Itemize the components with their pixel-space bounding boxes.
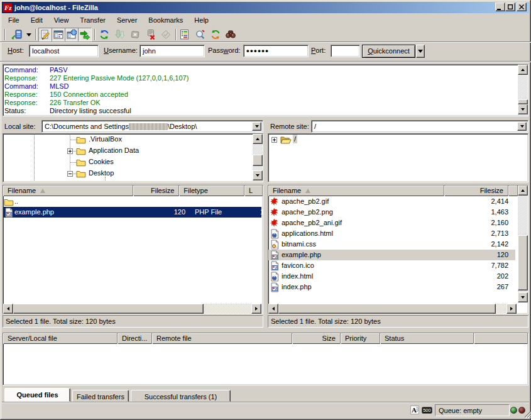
disconnect-button[interactable] bbox=[144, 28, 158, 41]
column-header-size[interactable]: Size bbox=[292, 333, 341, 344]
local-list-hscrollbar[interactable] bbox=[3, 304, 261, 314]
minimize-button[interactable] bbox=[495, 3, 505, 11]
remote-site-combo[interactable]: / bbox=[311, 120, 528, 133]
menu-server[interactable]: Server bbox=[111, 14, 143, 26]
scroll-down-button[interactable] bbox=[253, 170, 263, 180]
scrollbar-thumb[interactable] bbox=[13, 304, 204, 314]
file-row-example-php[interactable]: example.php 120 PHP File 1 bbox=[3, 207, 261, 218]
transfer-queue[interactable]: Server/Local file Directi... Remote file… bbox=[3, 333, 528, 385]
column-header-direction[interactable]: Directi... bbox=[118, 333, 152, 344]
scrollbar-thumb[interactable] bbox=[518, 99, 528, 104]
local-directory-tree[interactable]: .VirtualBox Application Data Cookies Des… bbox=[3, 133, 263, 182]
scrollbar-thumb[interactable] bbox=[278, 304, 496, 314]
combo-dropdown-button[interactable] bbox=[252, 122, 261, 131]
menu-view[interactable]: View bbox=[48, 14, 75, 26]
toggle-message-log-button[interactable] bbox=[38, 28, 52, 41]
file-row[interactable]: apache_pb2.png 1,463 bbox=[268, 207, 515, 218]
column-header-status[interactable]: Status bbox=[380, 333, 474, 344]
file-row[interactable]: favicon.ico 7,782 bbox=[268, 260, 515, 271]
find-files-button[interactable] bbox=[224, 28, 238, 41]
scroll-right-button[interactable] bbox=[506, 304, 517, 314]
process-queue-button[interactable] bbox=[113, 28, 127, 41]
expand-button[interactable] bbox=[271, 137, 277, 143]
tab-successful-transfers[interactable]: Successful transfers (1) bbox=[131, 390, 231, 402]
toggle-remote-tree-button[interactable] bbox=[65, 28, 79, 41]
menu-transfer[interactable]: Transfer bbox=[74, 14, 111, 26]
remote-list-vscrollbar[interactable] bbox=[518, 185, 528, 302]
scroll-up-button[interactable] bbox=[518, 185, 528, 196]
expand-button[interactable] bbox=[67, 148, 73, 154]
scrollbar-thumb[interactable] bbox=[518, 235, 528, 290]
scroll-up-button[interactable] bbox=[253, 134, 263, 144]
file-row[interactable]: index.php 267 bbox=[268, 282, 515, 292]
maximize-button[interactable] bbox=[505, 3, 515, 11]
message-log[interactable]: Command:PASV Response:227 Entering Passi… bbox=[3, 64, 528, 116]
local-tree-scrollbar[interactable] bbox=[253, 134, 263, 180]
local-site-combo[interactable]: C:\Documents and Settings\Desktop\ bbox=[41, 120, 263, 133]
local-file-list[interactable]: Filename Filesize Filetype L .. example.… bbox=[3, 185, 263, 314]
column-header-filesize[interactable]: Filesize bbox=[133, 185, 179, 196]
collapse-button[interactable] bbox=[67, 171, 73, 177]
reconnect-button[interactable] bbox=[159, 28, 173, 41]
directory-listing-filters-button[interactable] bbox=[178, 28, 192, 41]
column-header-priority[interactable]: Priority bbox=[341, 333, 380, 344]
tab-failed-transfers[interactable]: Failed transfers bbox=[72, 390, 129, 402]
speed-limits-icon[interactable]: 500 bbox=[422, 407, 432, 414]
scrollbar-thumb[interactable] bbox=[253, 155, 263, 166]
host-input[interactable]: localhost bbox=[29, 45, 99, 57]
column-header-server-local-file[interactable]: Server/Local file bbox=[3, 333, 118, 344]
site-manager-dropdown[interactable] bbox=[25, 28, 33, 41]
scroll-right-button[interactable] bbox=[251, 304, 261, 314]
log-scrollbar[interactable] bbox=[518, 65, 528, 114]
file-row-parent-dir[interactable]: .. bbox=[3, 196, 261, 207]
site-manager-button[interactable] bbox=[10, 28, 24, 41]
toggle-transfer-queue-button[interactable] bbox=[78, 28, 92, 41]
scroll-left-button[interactable] bbox=[268, 304, 278, 314]
apache-file-icon bbox=[270, 197, 280, 207]
title-bar[interactable]: Fz john@localhost - FileZilla bbox=[2, 2, 529, 13]
remote-list-hscrollbar[interactable] bbox=[268, 304, 517, 314]
quickconnect-dropdown[interactable] bbox=[416, 45, 425, 58]
synchronized-browsing-button[interactable] bbox=[209, 28, 222, 41]
menu-bookmarks[interactable]: Bookmarks bbox=[143, 14, 189, 26]
close-button[interactable] bbox=[517, 3, 527, 11]
tree-item-desktop[interactable]: Desktop bbox=[87, 169, 115, 177]
column-header-filesize[interactable]: Filesize bbox=[444, 185, 508, 196]
scroll-down-button[interactable] bbox=[518, 104, 528, 114]
tree-item-root[interactable]: / bbox=[293, 135, 297, 143]
file-row-example-php[interactable]: example.php 120 bbox=[268, 250, 515, 260]
menu-file[interactable]: File bbox=[3, 14, 25, 26]
file-row[interactable]: apache_pb2.gif 2,414 bbox=[268, 196, 515, 207]
scroll-down-button[interactable] bbox=[518, 292, 528, 302]
cancel-operation-button[interactable] bbox=[128, 28, 142, 41]
remote-directory-tree[interactable]: / bbox=[268, 133, 528, 182]
quickconnect-button[interactable]: Quickconnect bbox=[362, 45, 415, 58]
column-header-last-modified[interactable]: L bbox=[244, 185, 263, 196]
remote-file-list[interactable]: Filename Filesize apache_pb2.gif 2,414 a… bbox=[268, 185, 528, 314]
refresh-button[interactable] bbox=[97, 28, 111, 41]
scroll-up-button[interactable] bbox=[518, 65, 528, 75]
tree-item-application-data[interactable]: Application Data bbox=[87, 146, 140, 155]
toggle-local-tree-button[interactable] bbox=[52, 28, 65, 41]
file-row[interactable]: bitnami.css 2,142 bbox=[268, 239, 515, 250]
tab-queued-files[interactable]: Queued files bbox=[4, 388, 70, 402]
resize-grip[interactable] bbox=[524, 409, 531, 418]
file-row[interactable]: apache_pb2_ani.gif 2,160 bbox=[268, 218, 515, 228]
tree-item-virtualbox[interactable]: .VirtualBox bbox=[87, 135, 123, 143]
port-input[interactable] bbox=[331, 45, 360, 57]
password-input[interactable]: •••••• bbox=[243, 45, 309, 57]
combo-dropdown-button[interactable] bbox=[517, 122, 527, 131]
column-header-remote-file[interactable]: Remote file bbox=[152, 333, 292, 344]
menu-edit[interactable]: Edit bbox=[25, 14, 48, 26]
column-header-filename[interactable]: Filename bbox=[3, 185, 133, 196]
column-header-filename[interactable]: Filename bbox=[268, 185, 444, 196]
directory-comparison-button[interactable] bbox=[194, 28, 207, 41]
folder-icon bbox=[76, 146, 86, 155]
menu-help[interactable]: Help bbox=[189, 14, 214, 26]
file-row[interactable]: applications.html 2,713 bbox=[268, 228, 515, 239]
username-input[interactable]: john bbox=[140, 45, 205, 57]
scroll-left-button[interactable] bbox=[3, 304, 13, 314]
column-header-filetype[interactable]: Filetype bbox=[179, 185, 244, 196]
file-row[interactable]: index.html 202 bbox=[268, 271, 515, 282]
tree-item-cookies[interactable]: Cookies bbox=[87, 157, 115, 166]
